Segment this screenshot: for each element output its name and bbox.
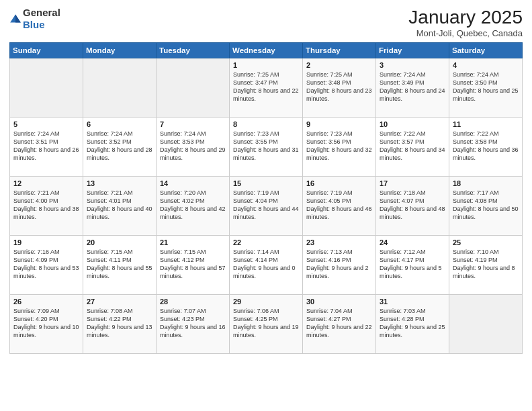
day-number: 8 [233,120,299,128]
day-number: 11 [453,120,519,128]
calendar-cell: 17Sunrise: 7:18 AMSunset: 4:07 PMDayligh… [376,177,449,236]
col-wednesday: Wednesday [230,43,303,58]
day-number: 26 [13,298,79,306]
week-row-1: 1Sunrise: 7:25 AMSunset: 3:47 PMDaylight… [10,58,523,118]
calendar-cell: 1Sunrise: 7:25 AMSunset: 3:47 PMDaylight… [230,58,303,118]
day-info: Sunrise: 7:21 AMSunset: 4:00 PMDaylight:… [13,189,79,222]
page-container: General Blue January 2025 Mont-Joli, Que… [0,0,532,359]
day-info: Sunrise: 7:07 AMSunset: 4:23 PMDaylight:… [160,307,226,340]
day-number: 25 [453,238,519,246]
day-number: 19 [13,238,79,246]
day-info: Sunrise: 7:18 AMSunset: 4:07 PMDaylight:… [380,189,445,222]
day-number: 28 [160,298,226,306]
day-number: 7 [160,120,226,128]
col-tuesday: Tuesday [157,43,230,58]
day-info: Sunrise: 7:15 AMSunset: 4:12 PMDaylight:… [160,248,226,281]
day-number: 18 [453,179,519,187]
day-number: 21 [160,238,226,246]
week-row-4: 19Sunrise: 7:16 AMSunset: 4:09 PMDayligh… [10,236,523,295]
location: Mont-Joli, Quebec, Canada [408,28,523,38]
day-info: Sunrise: 7:04 AMSunset: 4:27 PMDaylight:… [306,307,372,340]
calendar-cell: 30Sunrise: 7:04 AMSunset: 4:27 PMDayligh… [303,295,376,354]
calendar-cell [10,58,83,118]
day-number: 1 [233,61,299,69]
calendar-cell: 8Sunrise: 7:23 AMSunset: 3:55 PMDaylight… [230,118,303,177]
day-number: 3 [380,61,445,69]
calendar-cell [449,295,523,354]
day-info: Sunrise: 7:23 AMSunset: 3:56 PMDaylight:… [306,130,372,163]
week-row-5: 26Sunrise: 7:09 AMSunset: 4:20 PMDayligh… [10,295,523,354]
day-number: 27 [87,298,152,306]
calendar-cell: 18Sunrise: 7:17 AMSunset: 4:08 PMDayligh… [449,177,523,236]
logo-text: General Blue [23,7,60,31]
day-number: 9 [306,120,372,128]
calendar-table: Sunday Monday Tuesday Wednesday Thursday… [9,42,523,354]
day-info: Sunrise: 7:24 AMSunset: 3:50 PMDaylight:… [453,71,519,103]
calendar-cell: 19Sunrise: 7:16 AMSunset: 4:09 PMDayligh… [10,236,83,295]
calendar-cell: 29Sunrise: 7:06 AMSunset: 4:25 PMDayligh… [230,295,303,354]
day-info: Sunrise: 7:24 AMSunset: 3:49 PMDaylight:… [380,71,445,103]
week-row-2: 5Sunrise: 7:24 AMSunset: 3:51 PMDaylight… [10,118,523,177]
day-info: Sunrise: 7:22 AMSunset: 3:58 PMDaylight:… [453,130,519,163]
month-year: January 2025 [408,7,523,28]
day-number: 2 [306,61,372,69]
day-info: Sunrise: 7:21 AMSunset: 4:01 PMDaylight:… [87,189,152,222]
calendar-cell: 28Sunrise: 7:07 AMSunset: 4:23 PMDayligh… [157,295,230,354]
day-number: 30 [306,298,372,306]
calendar-cell: 5Sunrise: 7:24 AMSunset: 3:51 PMDaylight… [10,118,83,177]
days-of-week-row: Sunday Monday Tuesday Wednesday Thursday… [10,43,523,58]
day-info: Sunrise: 7:03 AMSunset: 4:28 PMDaylight:… [380,307,445,340]
calendar-cell: 25Sunrise: 7:10 AMSunset: 4:19 PMDayligh… [449,236,523,295]
day-info: Sunrise: 7:16 AMSunset: 4:09 PMDaylight:… [13,248,79,281]
calendar-cell: 22Sunrise: 7:14 AMSunset: 4:14 PMDayligh… [230,236,303,295]
title-block: January 2025 Mont-Joli, Quebec, Canada [408,7,523,38]
day-info: Sunrise: 7:10 AMSunset: 4:19 PMDaylight:… [453,248,519,281]
day-info: Sunrise: 7:06 AMSunset: 4:25 PMDaylight:… [233,307,299,340]
calendar-cell: 24Sunrise: 7:12 AMSunset: 4:17 PMDayligh… [376,236,449,295]
calendar-cell: 16Sunrise: 7:19 AMSunset: 4:05 PMDayligh… [303,177,376,236]
day-info: Sunrise: 7:12 AMSunset: 4:17 PMDaylight:… [380,248,445,281]
day-info: Sunrise: 7:14 AMSunset: 4:14 PMDaylight:… [233,248,299,281]
logo-general: General [23,7,60,18]
day-number: 24 [380,238,445,246]
day-number: 31 [380,298,445,306]
day-info: Sunrise: 7:08 AMSunset: 4:22 PMDaylight:… [87,307,152,340]
calendar-cell: 20Sunrise: 7:15 AMSunset: 4:11 PMDayligh… [83,236,157,295]
calendar-cell: 11Sunrise: 7:22 AMSunset: 3:58 PMDayligh… [449,118,523,177]
day-number: 14 [160,179,226,187]
day-info: Sunrise: 7:17 AMSunset: 4:08 PMDaylight:… [453,189,519,222]
calendar-cell: 21Sunrise: 7:15 AMSunset: 4:12 PMDayligh… [157,236,230,295]
day-info: Sunrise: 7:25 AMSunset: 3:48 PMDaylight:… [306,71,372,103]
calendar-cell: 9Sunrise: 7:23 AMSunset: 3:56 PMDaylight… [303,118,376,177]
calendar-cell [83,58,157,118]
calendar-cell: 4Sunrise: 7:24 AMSunset: 3:50 PMDaylight… [449,58,523,118]
day-number: 29 [233,298,299,306]
day-number: 13 [87,179,152,187]
col-friday: Friday [376,43,449,58]
day-info: Sunrise: 7:24 AMSunset: 3:52 PMDaylight:… [87,130,152,163]
svg-marker-1 [15,14,21,22]
day-number: 17 [380,179,445,187]
day-info: Sunrise: 7:25 AMSunset: 3:47 PMDaylight:… [233,71,299,103]
calendar-cell: 3Sunrise: 7:24 AMSunset: 3:49 PMDaylight… [376,58,449,118]
day-number: 20 [87,238,152,246]
week-row-3: 12Sunrise: 7:21 AMSunset: 4:00 PMDayligh… [10,177,523,236]
calendar-cell: 12Sunrise: 7:21 AMSunset: 4:00 PMDayligh… [10,177,83,236]
calendar-cell [157,58,230,118]
day-number: 22 [233,238,299,246]
col-monday: Monday [83,43,157,58]
calendar-cell: 23Sunrise: 7:13 AMSunset: 4:16 PMDayligh… [303,236,376,295]
logo-icon [9,13,21,25]
col-thursday: Thursday [303,43,376,58]
day-number: 16 [306,179,372,187]
day-number: 15 [233,179,299,187]
day-number: 10 [380,120,445,128]
day-info: Sunrise: 7:19 AMSunset: 4:05 PMDaylight:… [306,189,372,222]
calendar-cell: 14Sunrise: 7:20 AMSunset: 4:02 PMDayligh… [157,177,230,236]
header: General Blue January 2025 Mont-Joli, Que… [9,7,523,38]
calendar-cell: 27Sunrise: 7:08 AMSunset: 4:22 PMDayligh… [83,295,157,354]
day-number: 23 [306,238,372,246]
day-info: Sunrise: 7:23 AMSunset: 3:55 PMDaylight:… [233,130,299,163]
calendar-cell: 10Sunrise: 7:22 AMSunset: 3:57 PMDayligh… [376,118,449,177]
calendar-cell: 26Sunrise: 7:09 AMSunset: 4:20 PMDayligh… [10,295,83,354]
